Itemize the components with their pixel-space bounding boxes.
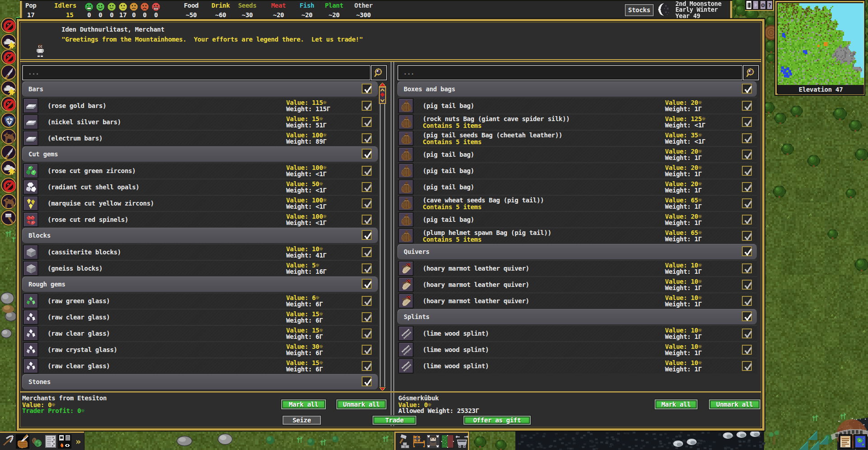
alert-weather-icon[interactable] bbox=[1, 80, 16, 96]
trade-item-row[interactable]: (rose cut green zircons)Value: 100☼Weigh… bbox=[22, 163, 378, 178]
alert-weather-icon[interactable] bbox=[1, 34, 16, 49]
trade-item-row[interactable]: (pig tail bag)Value: 20☼Weight: 1Γ bbox=[397, 179, 757, 194]
checkbox-checked[interactable] bbox=[742, 133, 752, 143]
alert-donkey-icon[interactable] bbox=[1, 129, 16, 144]
fortress-mark-all-button[interactable]: Mark all bbox=[655, 399, 698, 409]
checkbox-checked[interactable] bbox=[362, 166, 372, 176]
alert-weather-icon[interactable] bbox=[1, 160, 16, 175]
trade-item-row[interactable]: (raw clear glass)Value: 15☼Weight: 6Γ bbox=[22, 325, 378, 341]
right-search-input[interactable]: ... bbox=[397, 65, 743, 80]
trade-item-row[interactable]: (lime wood splint)Value: 10☼Weight: 1Γ bbox=[397, 358, 757, 373]
checkbox-checked[interactable] bbox=[742, 263, 752, 273]
furniture-bed-icon[interactable] bbox=[412, 434, 425, 449]
trade-item-row[interactable]: (pig tail bag)Value: 20☼Weight: 1Γ bbox=[397, 163, 757, 178]
checkbox-checked[interactable] bbox=[362, 182, 372, 192]
checkbox-checked[interactable] bbox=[362, 149, 372, 159]
expand-toolbar-button[interactable]: » bbox=[71, 435, 83, 448]
left-search-button[interactable] bbox=[371, 65, 387, 80]
trade-item-row[interactable]: (raw clear glass)Value: 15☼Weight: 6Γ bbox=[22, 358, 378, 373]
alert-donkey-icon[interactable] bbox=[1, 194, 16, 209]
checkbox-checked[interactable] bbox=[362, 133, 372, 143]
trade-item-row[interactable]: (raw clear glass)Value: 15☼Weight: 6Γ bbox=[22, 309, 378, 324]
checkbox-checked[interactable] bbox=[742, 150, 752, 159]
trade-item-row[interactable]: (raw green glass)Value: 6☼Weight: 6Γ bbox=[22, 293, 378, 308]
trade-item-row[interactable]: (pig tail bag)Value: 20☼Weight: 1Γ bbox=[397, 211, 757, 227]
checkbox-checked[interactable] bbox=[742, 101, 752, 111]
category-row[interactable]: Rough gems bbox=[22, 277, 378, 292]
stockpile-icon[interactable] bbox=[441, 434, 454, 449]
merchant-mark-all-button[interactable]: Mark all bbox=[281, 399, 326, 409]
scroll-down-icon[interactable] bbox=[379, 387, 386, 391]
play-icon[interactable] bbox=[753, 0, 759, 9]
trade-item-row[interactable]: (pig tail seeds Bag (cheetah leather))Co… bbox=[397, 130, 757, 145]
trade-item-row[interactable]: (lime wood splint)Value: 10☼Weight: 1Γ bbox=[397, 342, 757, 357]
trade-item-row[interactable]: (cassiterite blocks)Value: 10☼Weight: 41… bbox=[22, 244, 378, 259]
category-row[interactable]: Bars bbox=[22, 81, 378, 97]
checkbox-checked[interactable] bbox=[742, 84, 752, 94]
checkbox-checked[interactable] bbox=[362, 101, 372, 111]
trade-item-row[interactable]: (hoary marmot leather quiver)Value: 10☼W… bbox=[397, 277, 757, 292]
left-list-scrollbar[interactable] bbox=[379, 82, 386, 391]
checkbox-checked[interactable] bbox=[362, 361, 372, 371]
trade-item-row[interactable]: (raw crystal glass)Value: 30☼Weight: 6Γ bbox=[22, 342, 378, 357]
smooth-engrave-icon[interactable] bbox=[44, 434, 57, 449]
gather-plants-icon[interactable] bbox=[30, 434, 43, 449]
checkbox-checked[interactable] bbox=[362, 376, 372, 386]
misc-designations-icon[interactable] bbox=[58, 434, 71, 449]
category-row[interactable]: Cut gems bbox=[22, 146, 378, 162]
trade-item-row[interactable]: (lime wood splint)Value: 10☼Weight: 1Γ bbox=[397, 325, 757, 341]
alert-forbidden-icon[interactable] bbox=[1, 49, 16, 65]
category-row[interactable]: Blocks bbox=[22, 228, 378, 243]
seize-button[interactable]: Seize bbox=[283, 416, 321, 425]
trade-item-row[interactable]: (rose cut red spinels)Value: 100☼Weight:… bbox=[22, 211, 378, 227]
checkbox-checked[interactable] bbox=[362, 328, 372, 338]
checkbox-checked[interactable] bbox=[742, 280, 752, 290]
settings-gear-icon[interactable]: ⚙ bbox=[760, 0, 766, 9]
checkbox-checked[interactable] bbox=[362, 215, 372, 225]
checkbox-checked[interactable] bbox=[362, 230, 372, 240]
checkbox-checked[interactable] bbox=[742, 296, 752, 306]
checkbox-checked[interactable] bbox=[362, 84, 372, 94]
checkbox-checked[interactable] bbox=[362, 198, 372, 208]
alert-forbidden-icon[interactable] bbox=[1, 18, 16, 33]
alert-hammer-icon[interactable] bbox=[1, 210, 16, 225]
trade-item-row[interactable]: (radiant cut shell opals)Value: 50☼Weigh… bbox=[22, 179, 378, 194]
alert-shield-icon[interactable] bbox=[1, 112, 16, 128]
category-row[interactable]: Splints bbox=[397, 309, 757, 324]
alert-forbidden-icon[interactable] bbox=[1, 178, 16, 193]
fortress-unmark-all-button[interactable]: Unmark all bbox=[709, 399, 760, 409]
notes-icon[interactable] bbox=[839, 434, 852, 449]
right-search-button[interactable] bbox=[743, 65, 759, 80]
trade-button[interactable]: Trade bbox=[373, 416, 416, 425]
trade-item-row[interactable]: (marquise cut yellow zircons)Value: 100☼… bbox=[22, 195, 378, 211]
checkbox-checked[interactable] bbox=[742, 215, 752, 225]
checkbox-checked[interactable] bbox=[742, 311, 752, 321]
merchant-unmark-all-button[interactable]: Unmark all bbox=[336, 399, 387, 409]
trade-item-row[interactable]: (hoary marmot leather quiver)Value: 10☼W… bbox=[397, 260, 757, 276]
checkbox-checked[interactable] bbox=[742, 182, 752, 192]
zones-icon[interactable] bbox=[426, 434, 440, 449]
trade-item-row[interactable]: (plump helmet spawn Bag (pig tail))Conta… bbox=[397, 228, 757, 243]
category-row[interactable]: Boxes and bags bbox=[397, 81, 757, 97]
checkbox-checked[interactable] bbox=[742, 198, 752, 208]
checkbox-checked[interactable] bbox=[362, 117, 372, 127]
stocks-button[interactable]: Stocks bbox=[625, 4, 654, 16]
left-search-input[interactable]: ... bbox=[22, 65, 371, 80]
trade-item-row[interactable]: (cave wheat seeds Bag (pig tail))Contain… bbox=[397, 195, 757, 211]
checkbox-checked[interactable] bbox=[362, 312, 372, 322]
trade-item-row[interactable]: (electrum bars)Value: 100☼Weight: 89Γ bbox=[22, 130, 378, 145]
trade-item-row[interactable]: (gneiss blocks)Value: 5☼Weight: 16Γ bbox=[22, 260, 378, 276]
category-row[interactable]: Quivers bbox=[397, 244, 757, 259]
trade-item-row[interactable]: (hoary marmot leather quiver)Value: 10☼W… bbox=[397, 293, 757, 308]
world-map-icon[interactable] bbox=[854, 434, 867, 449]
mining-pick-icon[interactable] bbox=[2, 434, 15, 449]
checkbox-checked[interactable] bbox=[742, 345, 752, 355]
chop-trees-icon[interactable] bbox=[16, 434, 29, 449]
trade-item-row[interactable]: (rock nuts Bag (giant cave spider silk))… bbox=[397, 114, 757, 129]
checkbox-checked[interactable] bbox=[742, 166, 752, 176]
scrollbar-thumb[interactable] bbox=[379, 87, 386, 104]
checkbox-checked[interactable] bbox=[362, 296, 372, 306]
pause-icon[interactable] bbox=[746, 0, 752, 9]
checkbox-checked[interactable] bbox=[742, 231, 752, 241]
help-icon[interactable]: ? bbox=[767, 0, 773, 9]
